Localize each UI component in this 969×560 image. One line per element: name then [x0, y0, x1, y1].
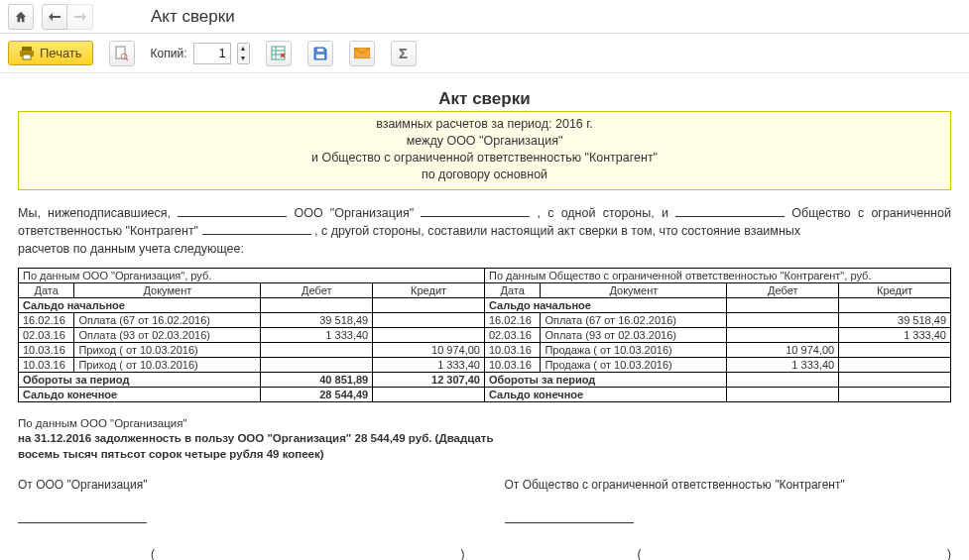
back-button[interactable]	[42, 4, 67, 30]
turnover-label: Обороты за период	[19, 372, 261, 387]
floppy-icon	[313, 47, 327, 60]
sign-line-paren: ()	[18, 547, 465, 560]
opening-label: Сальдо начальное	[484, 297, 726, 312]
intro-part: , с другой стороны, составили настоящий …	[314, 224, 800, 238]
svg-rect-11	[317, 49, 323, 52]
turnover-label: Обороты за период	[484, 372, 726, 387]
home-button[interactable]	[8, 4, 34, 30]
summary-block: По данным ООО "Организация" на 31.12.201…	[18, 416, 951, 463]
printer-icon	[19, 47, 35, 60]
from-right: От Общество с ограниченной ответственнос…	[505, 478, 952, 492]
box-line: по договору основной	[27, 167, 942, 183]
signatures: От ООО "Организация" () М.П. От Общество…	[18, 478, 951, 560]
table-export-button[interactable]	[266, 41, 292, 66]
col-date: Дата	[19, 282, 74, 297]
copies-input[interactable]	[193, 43, 231, 64]
summary-line: на 31.12.2016 задолженность в пользу ООО…	[18, 431, 951, 447]
forward-button	[67, 4, 93, 30]
sign-line	[505, 509, 634, 523]
save-button[interactable]	[307, 41, 333, 66]
intro-part: расчетов по данным учета следующее:	[18, 240, 951, 258]
sigma-icon: Σ	[399, 45, 408, 61]
home-icon	[14, 10, 28, 24]
blank-field	[202, 223, 311, 234]
doc-subtitle-box: взаимных расчетов за период: 2016 г. меж…	[18, 111, 951, 190]
arrow-right-icon	[74, 12, 86, 22]
intro-text: Мы, нижеподписавшиеся, ООО "Организация"…	[18, 204, 951, 258]
col-doc: Документ	[541, 282, 727, 297]
box-line: и Общество с ограниченной ответственност…	[27, 150, 942, 167]
intro-part: Мы, нижеподписавшиеся,	[18, 206, 171, 220]
col-debit: Дебет	[727, 282, 839, 297]
spin-up-icon[interactable]: ▲	[238, 44, 249, 54]
page-magnify-icon	[115, 46, 129, 61]
reconciliation-table: По данным ООО "Организация", руб. По дан…	[18, 268, 951, 402]
svg-rect-0	[22, 47, 32, 51]
intro-part: ООО "Организация"	[294, 206, 414, 220]
opening-label: Сальдо начальное	[19, 297, 261, 312]
right-section-header: По данным Общество с ограниченной ответс…	[484, 268, 950, 282]
table-row: 16.02.16 Оплата (67 от 16.02.2016) 39 51…	[19, 312, 951, 327]
intro-part: , с одной стороны, и	[538, 206, 668, 220]
copies-spinner[interactable]: ▲ ▼	[237, 43, 250, 64]
from-left: От ООО "Организация"	[18, 478, 465, 492]
closing-label: Сальдо конечное	[484, 387, 726, 401]
table-row: 10.03.16 Приход ( от 10.03.2016) 1 333,4…	[19, 357, 951, 372]
box-line: между ООО "Организация"	[27, 133, 942, 150]
document-area: Акт сверки взаимных расчетов за период: …	[0, 73, 969, 560]
table-row: 10.03.16 Приход ( от 10.03.2016) 10 974,…	[19, 342, 951, 357]
blank-field	[421, 205, 530, 216]
box-line: взаимных расчетов за период: 2016 г.	[27, 116, 942, 133]
sign-line	[18, 509, 147, 523]
arrow-left-icon	[49, 12, 61, 22]
svg-line-5	[126, 58, 128, 60]
summary-line: По данным ООО "Организация"	[18, 416, 951, 432]
col-credit: Кредит	[839, 282, 951, 297]
summary-line: восемь тысяч пятьсот сорок четыре рубля …	[18, 447, 951, 463]
left-section-header: По данным ООО "Организация", руб.	[19, 268, 485, 282]
print-button[interactable]: Печать	[8, 41, 93, 65]
closing-label: Сальдо конечное	[19, 387, 261, 401]
col-debit: Дебет	[261, 282, 373, 297]
intro-part: Общество с	[791, 206, 864, 220]
svg-rect-3	[116, 47, 125, 58]
svg-rect-6	[272, 47, 285, 59]
mail-button[interactable]	[349, 41, 375, 66]
doc-title: Акт сверки	[18, 89, 951, 109]
envelope-icon	[354, 48, 370, 58]
col-credit: Кредит	[373, 282, 485, 297]
blank-field	[675, 205, 785, 216]
preview-button[interactable]	[109, 41, 135, 66]
col-date: Дата	[484, 282, 540, 297]
svg-rect-2	[23, 55, 31, 59]
svg-rect-10	[316, 55, 324, 58]
sign-line-paren: ()	[505, 547, 952, 560]
blank-field	[178, 205, 287, 216]
col-doc: Документ	[74, 282, 261, 297]
print-label: Печать	[40, 46, 82, 60]
spin-down-icon[interactable]: ▼	[238, 54, 249, 63]
table-row: 02.03.16 Оплата (93 от 02.03.2016) 1 333…	[19, 327, 951, 342]
sum-button[interactable]: Σ	[391, 41, 417, 66]
copies-group: Копий: ▲ ▼	[151, 43, 250, 64]
sheet-icon	[271, 46, 286, 60]
copies-label: Копий:	[151, 47, 187, 60]
page-title: Акт сверки	[151, 7, 235, 27]
